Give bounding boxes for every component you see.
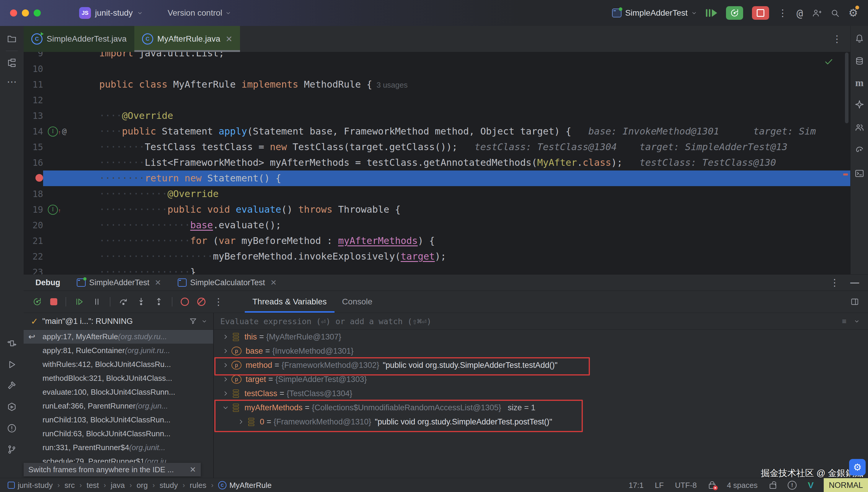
line-number[interactable]: 20 [24,217,43,233]
evaluate-input[interactable]: Evaluate expression (⏎) or add a watch (… [220,317,835,326]
run-icon[interactable] [5,358,19,372]
git-branch-icon[interactable] [5,442,19,457]
code-line-9[interactable]: 9import java.util.List; [24,52,850,61]
variable-row-testClass[interactable]: testClass={TestClass@1304} [214,387,868,400]
step-out-icon[interactable] [154,297,164,306]
expand-toggle-icon[interactable] [220,347,232,354]
close-tab-icon[interactable]: ✕ [226,34,232,44]
expand-toggle-icon[interactable] [220,362,232,369]
folder-icon[interactable] [5,32,19,46]
frame-row[interactable]: apply:81, RuleContainer (org.junit.ru... [24,344,213,358]
code-editor[interactable]: 9import java.util.List;1011public class … [24,52,850,274]
expand-toggle-icon[interactable] [220,333,232,340]
line-ending[interactable]: LF [655,481,664,490]
breadcrumb-item-MyAfterRule[interactable]: CMyAfterRule [218,481,272,490]
rerun-debug-button[interactable] [726,6,743,20]
evaluate-expand-icon[interactable] [854,318,860,324]
breadcrumb-item-study[interactable]: study [159,481,178,490]
code-line-16[interactable]: 16········List<FrameworkMethod> myAfterM… [24,155,850,171]
close-window-button[interactable] [10,9,17,17]
stop-button[interactable] [752,6,769,20]
breadcrumb-item-org[interactable]: org [137,481,148,490]
line-number[interactable]: 11 [24,77,43,92]
more-horizontal-icon[interactable]: ⋯ [5,75,19,89]
search-icon[interactable] [830,8,840,18]
breadcrumb-item-src[interactable]: src [65,481,75,490]
inspection-highlights-icon[interactable]: ✕ [708,482,715,489]
debug-run-tab-SimpleAdderTest[interactable]: SimpleAdderTest✕ [77,278,161,287]
layout-settings-icon[interactable] [850,297,859,306]
breadcrumb-item-junit-study[interactable]: junit-study [8,481,53,490]
editor-tab-MyAfterRule.java[interactable]: CMyAfterRule.java✕ [134,26,240,52]
implements-marker-icon[interactable]: I [48,205,58,215]
step-over-icon[interactable] [119,297,128,306]
editor-scrollbar[interactable] [845,52,848,123]
debug-run-tab-SimpleCalculatorTest[interactable]: SimpleCalculatorTest✕ [178,278,277,287]
view-breakpoints-icon[interactable] [181,298,189,306]
variable-row-this[interactable]: this={MyAfterRule@1307} [214,330,868,344]
gradle-icon[interactable] [852,143,867,157]
caret-position[interactable]: 17:1 [629,481,643,490]
code-line-11[interactable]: 11public class MyAfterRule implements Me… [24,77,850,92]
close-icon[interactable]: ✕ [190,465,196,474]
expand-toggle-icon[interactable] [220,376,232,383]
code-line-22[interactable]: 22····················myBeforeMethod.inv… [24,249,850,264]
variable-row-base[interactable]: pbase={InvokeMethod@1301} [214,344,868,358]
ideavim-icon[interactable]: V [808,480,814,490]
breakpoint-icon[interactable] [36,174,43,182]
variable-row-0[interactable]: 0={FrameworkMethod@1310}"public void org… [214,415,868,429]
line-number[interactable]: 19 [24,202,43,217]
frame-row[interactable]: methodBlock:321, BlockJUnit4Class... [24,371,213,385]
thread-selector[interactable]: ✓ "main"@1 i...": RUNNING [24,313,213,330]
code-line-13[interactable]: 13····@Override [24,108,850,124]
breadcrumb-item-rules[interactable]: rules [190,481,206,490]
chevron-down-icon[interactable] [201,318,207,324]
services-icon[interactable] [5,400,19,414]
indent-style[interactable]: 4 spaces [727,481,757,490]
close-tab-icon[interactable]: ✕ [155,278,161,287]
step-into-icon[interactable] [136,297,146,306]
stop-icon[interactable] [50,298,57,305]
database-icon[interactable] [852,54,867,69]
code-line-10[interactable]: 10 [24,61,850,77]
code-line-21[interactable]: 21················for (var myBeforeMetho… [24,233,850,249]
expand-toggle-icon[interactable] [235,418,247,425]
variable-row-method[interactable]: pmethod={FrameworkMethod@1302}"public vo… [214,358,868,372]
line-number[interactable]: 14 [24,124,43,139]
pause-icon[interactable] [92,297,101,306]
breadcrumb-item-java[interactable]: java [111,481,125,490]
line-number[interactable]: 12 [24,92,43,108]
evaluate-history-icon[interactable]: ≡ [842,317,847,326]
maximize-window-button[interactable] [34,9,41,17]
add-user-icon[interactable] [812,8,821,18]
minimize-window-button[interactable] [22,9,29,17]
line-number[interactable]: 23 [24,264,43,274]
event-log-icon[interactable]: ! [788,481,797,490]
expand-toggle-icon[interactable] [220,390,232,397]
editor-tab-SimpleAdderTest.java[interactable]: CSimpleAdderTest.java [24,26,134,52]
resume-icon[interactable] [74,297,84,306]
frame-row[interactable]: run:331, ParentRunner$4 (org.junit... [24,441,213,454]
line-number[interactable]: 15 [24,139,43,155]
rerun-debug-icon[interactable] [32,297,42,306]
frame-row[interactable]: ↩apply:17, MyAfterRule (org.study.ru... [24,330,213,344]
run-configuration-widget[interactable]: SimpleAdderTest [612,8,697,18]
workflow-icon[interactable] [5,336,19,350]
error-stripe-mark[interactable] [843,173,848,175]
line-number[interactable]: 9 [24,52,43,61]
code-line-12[interactable]: 12 [24,92,850,108]
filter-funnel-icon[interactable] [189,317,197,325]
collaboration-icon[interactable] [852,120,867,134]
line-number[interactable]: 21 [24,233,43,249]
problems-icon[interactable] [5,421,19,435]
resume-program-button[interactable] [706,9,717,17]
line-number[interactable]: 16 [24,155,43,171]
breadcrumb-item-test[interactable]: test [87,481,99,490]
frame-row[interactable]: runChild:63, BlockJUnit4ClassRunn... [24,427,213,441]
code-line-18[interactable]: 18············@Override [24,186,850,202]
code-line-20[interactable]: 20················base.evaluate(); [24,217,850,233]
debug-more-icon[interactable]: ⋮ [830,277,840,288]
code-line-15[interactable]: 15········TestClass testClass = new Test… [24,139,850,155]
line-number[interactable]: 18 [24,186,43,202]
hide-tool-window-icon[interactable]: — [850,277,859,288]
